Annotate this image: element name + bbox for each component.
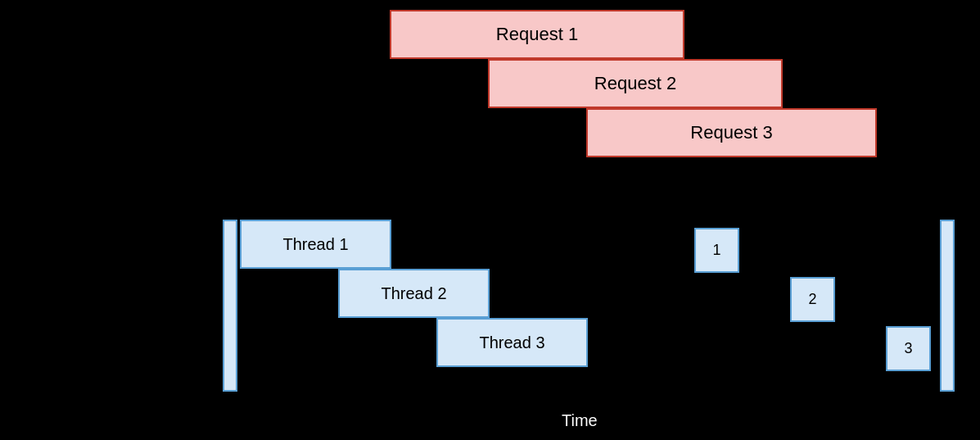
time-label: Time [557,410,603,432]
num-box-2: 2 [790,277,835,322]
thread-1-box: Thread 1 [240,220,391,269]
request-3-box: Request 3 [586,108,877,157]
num-box-3: 3 [886,326,931,371]
thread-3-label: Thread 3 [479,333,544,352]
request-1-label: Request 1 [496,24,578,45]
thread-3-box: Thread 3 [436,318,588,367]
num-2-label: 2 [808,291,816,308]
request-2-box: Request 2 [488,59,783,108]
thread-vline-left [223,220,237,392]
request-1-box: Request 1 [390,10,684,59]
request-2-label: Request 2 [594,73,676,94]
diagram-container: Request 1 Request 2 Request 3 Thread 1 T… [0,0,980,440]
num-1-label: 1 [712,242,720,259]
num-box-1: 1 [694,228,739,273]
num-3-label: 3 [904,340,912,357]
thread-2-label: Thread 2 [381,284,446,303]
thread-1-label: Thread 1 [282,235,348,254]
request-3-label: Request 3 [690,122,772,143]
thread-2-box: Thread 2 [338,269,490,318]
thread-vline-right [940,220,955,392]
